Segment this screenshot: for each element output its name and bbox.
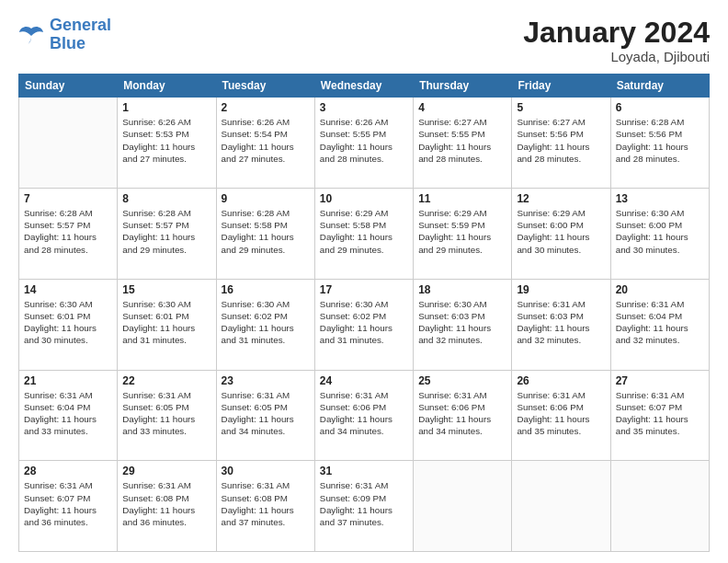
- logo-line2: Blue: [50, 34, 85, 52]
- day-info: Sunrise: 6:28 AMSunset: 5:57 PMDaylight:…: [24, 207, 112, 256]
- weekday-header-thursday: Thursday: [414, 75, 512, 98]
- day-number: 23: [222, 374, 310, 387]
- calendar-cell: 21Sunrise: 6:31 AMSunset: 6:04 PMDayligh…: [19, 370, 118, 461]
- calendar-cell: 30Sunrise: 6:31 AMSunset: 6:08 PMDayligh…: [216, 461, 314, 552]
- day-info: Sunrise: 6:27 AMSunset: 5:55 PMDaylight:…: [418, 116, 506, 165]
- day-number: 11: [418, 192, 506, 205]
- day-number: 14: [24, 283, 112, 296]
- month-title: January 2024: [523, 17, 710, 49]
- day-info: Sunrise: 6:30 AMSunset: 6:02 PMDaylight:…: [320, 298, 408, 347]
- calendar-week-1: 1Sunrise: 6:26 AMSunset: 5:53 PMDaylight…: [19, 98, 710, 189]
- day-info: Sunrise: 6:30 AMSunset: 6:00 PMDaylight:…: [616, 207, 704, 256]
- day-info: Sunrise: 6:27 AMSunset: 5:56 PMDaylight:…: [517, 116, 605, 165]
- calendar-week-2: 7Sunrise: 6:28 AMSunset: 5:57 PMDaylight…: [19, 188, 710, 279]
- day-number: 31: [320, 465, 408, 477]
- day-number: 9: [222, 192, 310, 205]
- day-number: 19: [517, 283, 605, 296]
- calendar-cell: [414, 461, 512, 552]
- calendar-table: SundayMondayTuesdayWednesdayThursdayFrid…: [18, 74, 710, 552]
- day-number: 30: [222, 465, 310, 477]
- logo-line1: General: [50, 16, 111, 34]
- weekday-header-monday: Monday: [118, 75, 216, 98]
- calendar-cell: 12Sunrise: 6:29 AMSunset: 6:00 PMDayligh…: [512, 188, 610, 279]
- calendar-week-5: 28Sunrise: 6:31 AMSunset: 6:07 PMDayligh…: [19, 461, 710, 552]
- day-number: 20: [616, 283, 704, 296]
- calendar-cell: 18Sunrise: 6:30 AMSunset: 6:03 PMDayligh…: [414, 279, 512, 370]
- day-info: Sunrise: 6:30 AMSunset: 6:01 PMDaylight:…: [24, 298, 112, 347]
- calendar-cell: 1Sunrise: 6:26 AMSunset: 5:53 PMDaylight…: [118, 98, 216, 189]
- logo-text: General Blue: [50, 17, 111, 53]
- day-info: Sunrise: 6:31 AMSunset: 6:03 PMDaylight:…: [517, 298, 605, 347]
- calendar-cell: 11Sunrise: 6:29 AMSunset: 5:59 PMDayligh…: [414, 188, 512, 279]
- day-info: Sunrise: 6:31 AMSunset: 6:05 PMDaylight:…: [122, 389, 210, 438]
- day-info: Sunrise: 6:29 AMSunset: 5:59 PMDaylight:…: [418, 207, 506, 256]
- calendar-cell: 23Sunrise: 6:31 AMSunset: 6:05 PMDayligh…: [216, 370, 314, 461]
- day-number: 12: [517, 192, 605, 205]
- calendar-cell: 24Sunrise: 6:31 AMSunset: 6:06 PMDayligh…: [314, 370, 413, 461]
- location: Loyada, Djibouti: [523, 49, 710, 64]
- calendar-cell: 4Sunrise: 6:27 AMSunset: 5:55 PMDaylight…: [414, 98, 512, 189]
- calendar-cell: 8Sunrise: 6:28 AMSunset: 5:57 PMDaylight…: [118, 188, 216, 279]
- calendar-week-4: 21Sunrise: 6:31 AMSunset: 6:04 PMDayligh…: [19, 370, 710, 461]
- calendar-cell: 28Sunrise: 6:31 AMSunset: 6:07 PMDayligh…: [19, 461, 118, 552]
- day-info: Sunrise: 6:30 AMSunset: 6:03 PMDaylight:…: [418, 298, 506, 347]
- header: General Blue January 2024 Loyada, Djibou…: [18, 17, 710, 64]
- calendar-cell: 15Sunrise: 6:30 AMSunset: 6:01 PMDayligh…: [118, 279, 216, 370]
- calendar-body: 1Sunrise: 6:26 AMSunset: 5:53 PMDaylight…: [19, 98, 710, 552]
- calendar-cell: 14Sunrise: 6:30 AMSunset: 6:01 PMDayligh…: [19, 279, 118, 370]
- calendar-cell: 16Sunrise: 6:30 AMSunset: 6:02 PMDayligh…: [216, 279, 314, 370]
- day-number: 29: [122, 465, 210, 477]
- calendar-cell: 10Sunrise: 6:29 AMSunset: 5:58 PMDayligh…: [314, 188, 413, 279]
- calendar-cell: 26Sunrise: 6:31 AMSunset: 6:06 PMDayligh…: [512, 370, 610, 461]
- calendar-cell: 22Sunrise: 6:31 AMSunset: 6:05 PMDayligh…: [118, 370, 216, 461]
- day-info: Sunrise: 6:29 AMSunset: 5:58 PMDaylight:…: [320, 207, 408, 256]
- calendar-cell: 6Sunrise: 6:28 AMSunset: 5:56 PMDaylight…: [610, 98, 709, 189]
- day-number: 28: [24, 465, 112, 477]
- weekday-header-friday: Friday: [512, 75, 610, 98]
- weekday-header-wednesday: Wednesday: [314, 75, 413, 98]
- day-info: Sunrise: 6:31 AMSunset: 6:08 PMDaylight:…: [222, 479, 310, 528]
- day-number: 18: [418, 283, 506, 296]
- day-number: 6: [616, 101, 704, 114]
- day-number: 5: [517, 101, 605, 114]
- day-number: 1: [122, 101, 210, 114]
- day-number: 7: [24, 192, 112, 205]
- day-number: 24: [320, 374, 408, 387]
- calendar-cell: 29Sunrise: 6:31 AMSunset: 6:08 PMDayligh…: [118, 461, 216, 552]
- day-info: Sunrise: 6:31 AMSunset: 6:04 PMDaylight:…: [24, 389, 112, 438]
- day-number: 13: [616, 192, 704, 205]
- calendar-cell: 2Sunrise: 6:26 AMSunset: 5:54 PMDaylight…: [216, 98, 314, 189]
- calendar-cell: 25Sunrise: 6:31 AMSunset: 6:06 PMDayligh…: [414, 370, 512, 461]
- logo: General Blue: [18, 17, 111, 53]
- day-number: 26: [517, 374, 605, 387]
- day-info: Sunrise: 6:29 AMSunset: 6:00 PMDaylight:…: [517, 207, 605, 256]
- page: General Blue January 2024 Loyada, Djibou…: [0, 0, 728, 563]
- day-info: Sunrise: 6:31 AMSunset: 6:06 PMDaylight:…: [517, 389, 605, 438]
- calendar-week-3: 14Sunrise: 6:30 AMSunset: 6:01 PMDayligh…: [19, 279, 710, 370]
- day-number: 15: [122, 283, 210, 296]
- calendar-cell: 27Sunrise: 6:31 AMSunset: 6:07 PMDayligh…: [610, 370, 709, 461]
- day-info: Sunrise: 6:31 AMSunset: 6:08 PMDaylight:…: [122, 479, 210, 528]
- weekday-header-tuesday: Tuesday: [216, 75, 314, 98]
- title-block: January 2024 Loyada, Djibouti: [523, 17, 710, 64]
- day-number: 25: [418, 374, 506, 387]
- weekday-row: SundayMondayTuesdayWednesdayThursdayFrid…: [19, 75, 710, 98]
- day-info: Sunrise: 6:30 AMSunset: 6:01 PMDaylight:…: [122, 298, 210, 347]
- day-number: 27: [616, 374, 704, 387]
- logo-icon: [18, 25, 44, 45]
- weekday-header-saturday: Saturday: [610, 75, 709, 98]
- calendar-cell: 13Sunrise: 6:30 AMSunset: 6:00 PMDayligh…: [610, 188, 709, 279]
- calendar-cell: [19, 98, 118, 189]
- calendar-cell: 19Sunrise: 6:31 AMSunset: 6:03 PMDayligh…: [512, 279, 610, 370]
- day-info: Sunrise: 6:31 AMSunset: 6:06 PMDaylight:…: [320, 389, 408, 438]
- day-info: Sunrise: 6:28 AMSunset: 5:57 PMDaylight:…: [122, 207, 210, 256]
- calendar-cell: 17Sunrise: 6:30 AMSunset: 6:02 PMDayligh…: [314, 279, 413, 370]
- day-info: Sunrise: 6:31 AMSunset: 6:07 PMDaylight:…: [24, 479, 112, 528]
- day-info: Sunrise: 6:26 AMSunset: 5:53 PMDaylight:…: [122, 116, 210, 165]
- day-number: 10: [320, 192, 408, 205]
- day-info: Sunrise: 6:28 AMSunset: 5:58 PMDaylight:…: [222, 207, 310, 256]
- day-info: Sunrise: 6:31 AMSunset: 6:05 PMDaylight:…: [222, 389, 310, 438]
- day-number: 16: [222, 283, 310, 296]
- day-number: 2: [222, 101, 310, 114]
- day-number: 21: [24, 374, 112, 387]
